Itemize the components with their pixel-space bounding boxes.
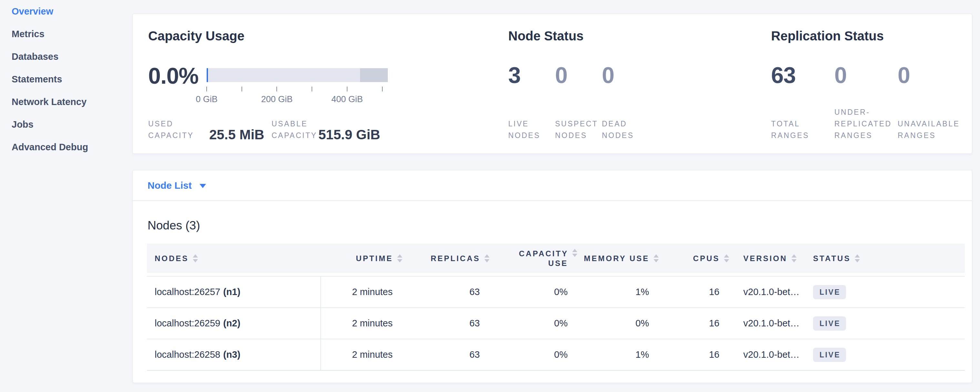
sort-icon [572,249,578,257]
node-address-cell[interactable]: localhost:26257 (n1) [147,277,321,308]
table-header-label: Version [743,254,787,263]
capacity-used-percent: 0.0% [148,63,199,89]
stat-block: 3 LiveNodes [508,14,555,154]
table-header-cell[interactable]: Nodes [147,244,321,273]
stat-value: 3 [508,62,555,89]
table-header-label: CPUs [693,254,720,263]
capacity-bar-chart: 0 GiB200 GiB400 GiB [207,68,388,107]
replication-stats: 63 TotalRanges 0 Under-ReplicatedRanges [771,14,966,153]
node-address: localhost:26258 [155,349,220,360]
sidebar-item[interactable]: Jobs [0,113,129,136]
sidebar-item-label: Databases [12,51,59,62]
used-capacity-value: 25.5 MiB [209,127,264,142]
node-status-section: Node Status 3 LiveNodes 0 Suspe [508,14,754,153]
uptime-cell: 2 minutes [321,339,402,370]
sidebar-item[interactable]: Overview [0,0,129,22]
stat-block: 0 DeadNodes [602,14,649,154]
table-header-label: Nodes [155,254,189,263]
uptime-cell: 2 minutes [321,308,402,339]
memory-use-cell: 1% [578,277,659,308]
stat-value: 0 [898,62,966,89]
axis-tick-label: 200 GiB [261,94,293,104]
capacity-bar-free-segment [208,68,360,82]
usable-capacity-value: 515.9 GiB [318,127,380,142]
replicas-cell: 63 [402,339,490,370]
table-row[interactable]: localhost:26257 (n1) 2 minutes 63 0% 1% … [147,276,965,308]
sort-icon [654,254,659,262]
replication-status-section: Replication Status 63 TotalRanges 0 [771,14,971,153]
cpus-cell: 16 [659,277,729,308]
stat-label: DeadNodes [602,118,649,141]
axis-tick [382,87,383,91]
stat-label: SuspectNodes [555,118,602,141]
capacity-usage-section: Capacity Usage 0.0% 0 GiB200 GiB400 GiB … [148,14,510,153]
table-header-label: Status [813,254,851,263]
capacity-use-cell: 0% [490,339,578,370]
table-header-cell[interactable]: Version [729,244,813,273]
sidebar-item[interactable]: Databases [0,45,129,68]
axis-tick [347,87,347,91]
sidebar-item-label: Overview [12,6,53,16]
table-row[interactable]: localhost:26258 (n3) 2 minutes 63 0% 1% … [147,339,965,370]
node-status-stats: 3 LiveNodes 0 SuspectNodes 0 [508,14,649,153]
node-address-cell[interactable]: localhost:26259 (n2) [147,308,321,339]
main-content: Capacity Usage 0.0% 0 GiB200 GiB400 GiB … [132,0,972,383]
capacity-use-cell: 0% [490,308,578,339]
version-cell: v20.1.0-bet… [729,339,813,370]
sort-icon [791,254,797,262]
axis-tick [206,87,207,91]
axis-tick-label: 400 GiB [331,94,363,104]
stat-block: 0 SuspectNodes [555,14,602,154]
node-id: (n2) [223,318,240,329]
node-list-dropdown[interactable]: Node List [133,170,972,201]
stat-label: LiveNodes [508,118,555,141]
table-header-cell[interactable]: CPUs [659,244,729,273]
sort-icon [855,254,860,262]
status-cell: LIVE [813,277,965,308]
status-badge: LIVE [813,316,846,331]
stat-value: 0 [834,62,898,89]
sidebar: Overview Metrics Databases Statements Ne… [0,0,129,392]
node-list-dropdown-label: Node List [148,180,192,191]
sort-icon [484,254,490,262]
sidebar-item[interactable]: Statements [0,68,129,91]
table-header-cell[interactable]: Capacity Use [490,244,578,273]
axis-tick-label: 0 GiB [196,94,218,104]
nodes-table-body: localhost:26257 (n1) 2 minutes 63 0% 1% … [147,276,965,371]
stat-label: UnavailableRanges [898,118,966,141]
cpus-cell: 16 [659,339,729,370]
table-header-cell[interactable]: Uptime [321,244,402,273]
replicas-cell: 63 [402,277,490,308]
stat-value: 0 [602,62,649,89]
status-cell: LIVE [813,308,965,339]
sort-icon [193,254,198,262]
sidebar-item-label: Metrics [12,29,45,39]
status-cell: LIVE [813,339,965,370]
chevron-down-icon [200,184,206,188]
memory-use-cell: 0% [578,308,659,339]
cpus-cell: 16 [659,308,729,339]
sidebar-item[interactable]: Advanced Debug [0,136,129,158]
table-header-label: Memory Use [584,254,649,263]
stat-value: 63 [771,62,834,89]
table-row[interactable]: localhost:26259 (n2) 2 minutes 63 0% 0% … [147,308,965,339]
nodes-section-title: Nodes (3) [148,219,200,233]
version-cell: v20.1.0-bet… [729,277,813,308]
sidebar-item-label: Jobs [12,119,33,130]
stat-value: 0 [555,62,602,89]
node-address: localhost:26259 [155,318,220,329]
capacity-bar-other-segment [360,68,388,82]
node-address-cell[interactable]: localhost:26258 (n3) [147,339,321,370]
sidebar-item[interactable]: Metrics [0,22,129,45]
table-header-cell[interactable]: Replicas [402,244,490,273]
sidebar-item[interactable]: Network Latency [0,91,129,113]
node-id: (n3) [223,349,240,360]
stat-block: 63 TotalRanges [771,14,834,154]
sidebar-item-label: Statements [12,74,62,84]
capacity-axis: 0 GiB200 GiB400 GiB [207,83,388,106]
stat-label: Under-ReplicatedRanges [834,106,898,141]
table-header-cell[interactable]: Status [813,244,965,273]
table-header-cell[interactable]: Memory Use [578,244,659,273]
node-id: (n1) [223,287,240,297]
capacity-usage-title: Capacity Usage [148,29,245,43]
